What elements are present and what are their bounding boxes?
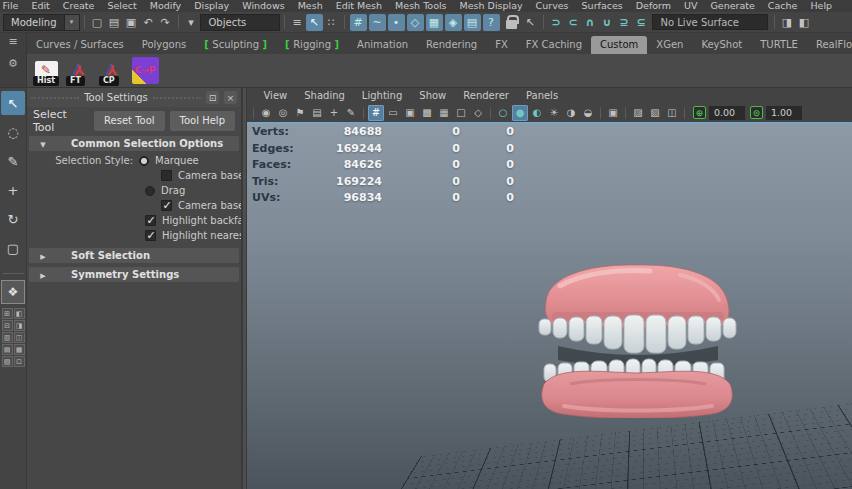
smooth-shade-icon[interactable]: ● bbox=[512, 105, 528, 121]
reset-tool-button[interactable]: Reset Tool bbox=[94, 111, 165, 131]
shelf-curve-to-poly-button[interactable]: C→P bbox=[129, 54, 161, 86]
ambient-occlusion-icon[interactable]: ◒ bbox=[580, 105, 596, 121]
separator[interactable] bbox=[253, 107, 254, 119]
camera-based-selection-checkbox[interactable] bbox=[161, 170, 172, 181]
render-settings-icon[interactable]: ⊆ bbox=[633, 14, 650, 31]
layout-persp-outliner-button[interactable]: ◧ bbox=[14, 308, 25, 319]
panel-menu-item[interactable]: Show bbox=[411, 90, 455, 101]
shelf-tab[interactable]: Animation bbox=[348, 36, 417, 54]
separator[interactable] bbox=[284, 15, 285, 29]
film-gate-icon[interactable]: ▭ bbox=[385, 105, 401, 121]
live-surface-field[interactable]: No Live Surface bbox=[652, 14, 768, 30]
shelf-tab[interactable]: Custom bbox=[591, 36, 647, 54]
render-setup-icon[interactable]: ⊇ bbox=[616, 14, 633, 31]
separator[interactable] bbox=[490, 107, 491, 119]
shelf-ft-button[interactable]: Y FT bbox=[63, 54, 95, 86]
separator[interactable] bbox=[84, 15, 85, 29]
shelf-tab[interactable]: KeyShot bbox=[692, 36, 751, 54]
gamma-value[interactable]: 1.00 bbox=[766, 106, 802, 120]
save-scene-icon[interactable]: ▣ bbox=[123, 14, 140, 31]
modeling-toolkit-toggle-icon[interactable]: ◨ bbox=[779, 14, 796, 31]
layout-two-pane-button[interactable]: ▤ bbox=[2, 344, 13, 355]
viewport-3d-view[interactable]: Verts: 84688 0 0 Edges: 169244 0 0 Faces… bbox=[247, 122, 852, 489]
open-scene-icon[interactable]: ▤ bbox=[106, 14, 123, 31]
menu-item[interactable]: Cache bbox=[761, 0, 804, 12]
bookmark-icon[interactable]: ⚑ bbox=[292, 105, 308, 121]
layout-custom-button[interactable]: ⊡ bbox=[14, 356, 25, 367]
layout-persp-graph-button[interactable]: ⊟ bbox=[2, 320, 13, 331]
menu-item[interactable]: Edit bbox=[25, 0, 56, 12]
xray-active-icon[interactable]: ◫ bbox=[664, 105, 680, 121]
menu-item[interactable]: Select bbox=[101, 0, 143, 12]
isolate-select-icon[interactable]: ▣ bbox=[605, 105, 621, 121]
gamma-control[interactable]: ⊙ 1.00 bbox=[750, 106, 802, 120]
gate-mask-icon[interactable]: ▩ bbox=[419, 105, 435, 121]
separator[interactable] bbox=[178, 15, 179, 29]
move-tool-icon[interactable]: + bbox=[1, 178, 25, 202]
menu-item[interactable]: File bbox=[0, 0, 25, 12]
drag-handle[interactable] bbox=[31, 97, 79, 99]
xray-icon[interactable]: ▨ bbox=[630, 105, 646, 121]
menu-item[interactable]: Modify bbox=[143, 0, 187, 12]
rotate-tool-icon[interactable]: ↻ bbox=[1, 207, 25, 231]
shadows-icon[interactable]: ◑ bbox=[563, 105, 579, 121]
layout-persp-uv-button[interactable]: ◫ bbox=[14, 332, 25, 343]
select-camera-icon[interactable]: ◉ bbox=[258, 105, 274, 121]
lock-selection-icon[interactable] bbox=[506, 20, 517, 29]
layout-four-view-button[interactable]: ▧ bbox=[2, 356, 13, 367]
shelf-hist-button[interactable]: ✎ Hist bbox=[30, 54, 62, 86]
gear-icon[interactable]: ⚙ bbox=[8, 59, 18, 69]
shelf-tab[interactable]: Curves / Surfaces bbox=[27, 36, 133, 54]
menu-item[interactable]: Curves bbox=[529, 0, 575, 12]
layout-four-pane-button[interactable]: ⊞ bbox=[2, 308, 13, 319]
attribute-editor-toggle-icon[interactable]: ◧ bbox=[796, 14, 813, 31]
panel-menu-item[interactable]: Lighting bbox=[353, 90, 410, 101]
safe-action-icon[interactable]: □ bbox=[453, 105, 469, 121]
safe-title-icon[interactable]: ◇ bbox=[470, 105, 486, 121]
grease-pencil-icon[interactable]: ✎ bbox=[343, 105, 359, 121]
shelf-menu-icon[interactable]: ≡ bbox=[8, 37, 17, 47]
menu-item[interactable]: Edit Mesh bbox=[329, 0, 388, 12]
close-icon[interactable]: × bbox=[224, 91, 237, 104]
highlight-backfaces-checkbox[interactable] bbox=[145, 215, 156, 226]
tool-help-button[interactable]: Tool Help bbox=[170, 111, 235, 131]
menu-item[interactable]: Surfaces bbox=[575, 0, 629, 12]
separator[interactable] bbox=[543, 15, 544, 29]
shelf-tab[interactable]: Rigging bbox=[276, 36, 348, 54]
shelf-tab[interactable]: Rendering bbox=[417, 36, 486, 54]
lasso-tool-icon[interactable]: ◌ bbox=[1, 120, 25, 144]
pan-zoom-icon[interactable]: + bbox=[326, 105, 342, 121]
render-current-frame-icon[interactable]: ∩ bbox=[582, 14, 599, 31]
scale-tool-icon[interactable]: ▢ bbox=[1, 236, 25, 260]
grid-toggle-icon[interactable]: # bbox=[368, 105, 384, 121]
snap-to-curves-icon[interactable]: ~ bbox=[369, 14, 386, 31]
drag-radio[interactable] bbox=[145, 186, 155, 196]
separator[interactable] bbox=[344, 15, 345, 29]
new-scene-icon[interactable]: ▢ bbox=[89, 14, 106, 31]
layout-three-pane-button[interactable]: ▦ bbox=[14, 344, 25, 355]
camera-based-paint-checkbox[interactable] bbox=[161, 200, 172, 211]
menu-item[interactable]: Mesh Tools bbox=[389, 0, 453, 12]
menu-set-dropdown[interactable]: Modeling ▾ bbox=[3, 14, 80, 31]
select-hierarchy-icon[interactable]: ≡ bbox=[289, 14, 306, 31]
textured-icon[interactable]: ◐ bbox=[529, 105, 545, 121]
use-all-lights-icon[interactable]: ☀ bbox=[546, 105, 562, 121]
construction-history-icon[interactable]: ⊃ bbox=[548, 14, 565, 31]
section-common-selection-options[interactable]: Common Selection Options bbox=[29, 136, 239, 151]
shelf-tab[interactable]: Sculpting bbox=[195, 36, 276, 54]
exposure-control[interactable]: ⊕ 0.00 bbox=[693, 106, 745, 120]
select-object-icon[interactable]: ↖ bbox=[306, 14, 323, 31]
section-symmetry-settings[interactable]: Symmetry Settings bbox=[29, 267, 239, 282]
selection-mask-caret-icon[interactable]: ▾ bbox=[183, 14, 200, 31]
snap-to-projected-center-icon[interactable]: ◇ bbox=[407, 14, 424, 31]
undo-icon[interactable]: ↶ bbox=[140, 14, 157, 31]
selection-mask-combo[interactable]: Objects bbox=[200, 14, 280, 31]
shelf-tab[interactable]: Polygons bbox=[133, 36, 196, 54]
separator[interactable] bbox=[625, 107, 626, 119]
make-object-live-icon[interactable]: ◈ bbox=[445, 14, 462, 31]
layout-hypershade-button[interactable]: ▥ bbox=[2, 332, 13, 343]
ipr-render-icon[interactable]: ∪ bbox=[599, 14, 616, 31]
shelf-tab[interactable]: XGen bbox=[647, 36, 692, 54]
layout-single-pane-button[interactable]: ❖ bbox=[1, 280, 25, 304]
redo-icon[interactable]: ↷ bbox=[157, 14, 174, 31]
